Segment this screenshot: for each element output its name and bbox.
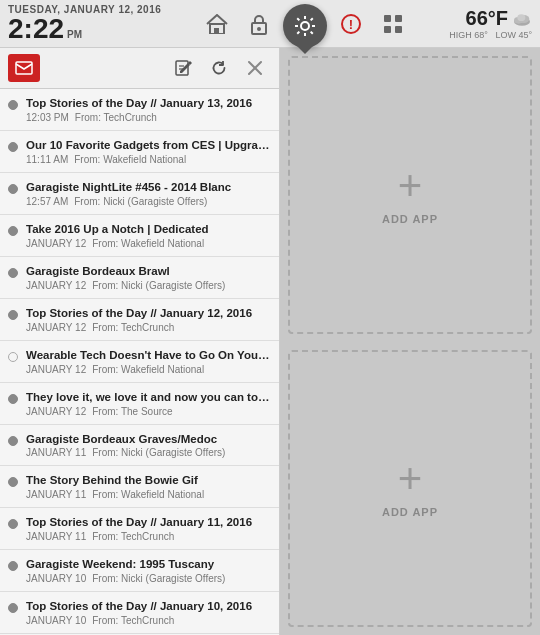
email-list-item[interactable]: Garagiste Bordeaux BrawlJANUARY 12From: … xyxy=(0,257,279,299)
email-from: From: Nicki (Garagiste Offers) xyxy=(92,280,225,291)
email-read-dot xyxy=(8,519,18,529)
time-hours-minutes: 2:22 xyxy=(8,15,64,43)
email-text-block: Garagiste Bordeaux Graves/MedocJANUARY 1… xyxy=(26,432,271,459)
email-text-block: Our 10 Favorite Gadgets from CES | Upgra… xyxy=(26,138,271,165)
email-meta: 12:57 AMFrom: Nicki (Garagiste Offers) xyxy=(26,196,271,207)
svg-rect-10 xyxy=(395,26,402,33)
email-list-item[interactable]: Top Stories of the Day // January 10, 20… xyxy=(0,592,279,634)
add-app-plus-icon: + xyxy=(398,165,423,207)
email-from: From: Wakefield National xyxy=(92,489,204,500)
email-meta: JANUARY 12From: Nicki (Garagiste Offers) xyxy=(26,280,271,291)
email-from: From: TechCrunch xyxy=(92,615,174,626)
email-read-dot xyxy=(8,603,18,613)
svg-rect-9 xyxy=(384,26,391,33)
email-list-item[interactable]: Wearable Tech Doesn't Have to Go On Your… xyxy=(0,341,279,383)
email-from: From: Wakefield National xyxy=(92,364,204,375)
time-display: 2:22 PM xyxy=(8,15,161,43)
email-list-item[interactable]: Our 10 Favorite Gadgets from CES | Upgra… xyxy=(0,131,279,173)
email-list-item[interactable]: They love it, we love it and now you can… xyxy=(0,383,279,425)
add-app-label-bottom: ADD APP xyxy=(382,506,438,518)
email-toolbar xyxy=(0,48,279,89)
email-list-item[interactable]: The Story Behind the Bowie GifJANUARY 11… xyxy=(0,466,279,508)
email-text-block: Wearable Tech Doesn't Have to Go On Your… xyxy=(26,348,271,375)
email-from: From: TechCrunch xyxy=(75,112,157,123)
email-from: From: TechCrunch xyxy=(92,322,174,333)
email-text-block: Garagiste Bordeaux BrawlJANUARY 12From: … xyxy=(26,264,271,291)
email-meta: 11:11 AMFrom: Wakefield National xyxy=(26,154,271,165)
grid-apps-icon[interactable] xyxy=(375,6,411,42)
email-meta: JANUARY 12From: The Source xyxy=(26,406,271,417)
email-subject: Top Stories of the Day // January 12, 20… xyxy=(26,306,271,321)
lock-icon[interactable] xyxy=(241,6,277,42)
email-read-dot xyxy=(8,100,18,110)
email-read-dot xyxy=(8,394,18,404)
email-list[interactable]: Top Stories of the Day // January 13, 20… xyxy=(0,89,279,635)
close-button[interactable] xyxy=(239,54,271,82)
clock-widget: TUESDAY, JANUARY 12, 2016 2:22 PM xyxy=(8,4,161,43)
info-icon[interactable]: ! xyxy=(333,6,369,42)
email-subject: Garagiste Weekend: 1995 Tuscany xyxy=(26,557,271,572)
svg-rect-7 xyxy=(384,15,391,22)
email-subject: Our 10 Favorite Gadgets from CES | Upgra… xyxy=(26,138,271,153)
email-text-block: Top Stories of the Day // January 13, 20… xyxy=(26,96,271,123)
email-list-item[interactable]: Garagiste Weekend: 1995 TuscanyJANUARY 1… xyxy=(0,550,279,592)
email-read-dot xyxy=(8,352,18,362)
add-app-label-top: ADD APP xyxy=(382,213,438,225)
email-text-block: Top Stories of the Day // January 11, 20… xyxy=(26,515,271,542)
email-read-dot xyxy=(8,268,18,278)
email-from: From: Nicki (Garagiste Offers) xyxy=(92,447,225,458)
email-read-dot xyxy=(8,477,18,487)
email-panel: Top Stories of the Day // January 13, 20… xyxy=(0,48,280,635)
email-text-block: Top Stories of the Day // January 12, 20… xyxy=(26,306,271,333)
svg-point-4 xyxy=(301,22,309,30)
email-subject: Top Stories of the Day // January 13, 20… xyxy=(26,96,271,111)
email-subject: The Story Behind the Bowie Gif xyxy=(26,473,271,488)
email-text-block: They love it, we love it and now you can… xyxy=(26,390,271,417)
email-date: JANUARY 10 xyxy=(26,573,86,584)
add-app-top[interactable]: + ADD APP xyxy=(288,56,532,334)
email-date: JANUARY 11 xyxy=(26,531,86,542)
svg-rect-15 xyxy=(16,62,32,74)
svg-text:!: ! xyxy=(349,17,353,32)
email-subject: Take 2016 Up a Notch | Dedicated xyxy=(26,222,271,237)
svg-point-14 xyxy=(517,14,525,21)
email-subject: Top Stories of the Day // January 11, 20… xyxy=(26,515,271,530)
home-icon[interactable] xyxy=(199,6,235,42)
email-from: From: Nicki (Garagiste Offers) xyxy=(92,573,225,584)
email-list-item[interactable]: Top Stories of the Day // January 13, 20… xyxy=(0,89,279,131)
email-list-item[interactable]: Top Stories of the Day // January 11, 20… xyxy=(0,508,279,550)
svg-point-3 xyxy=(257,27,261,31)
email-read-dot xyxy=(8,436,18,446)
email-date: 12:03 PM xyxy=(26,112,69,123)
email-text-block: Garagiste NightLite #456 - 2014 Blanc12:… xyxy=(26,180,271,207)
time-ampm: PM xyxy=(67,29,82,40)
email-meta: JANUARY 10From: Nicki (Garagiste Offers) xyxy=(26,573,271,584)
add-app-bottom[interactable]: + ADD APP xyxy=(288,350,532,628)
email-read-dot xyxy=(8,184,18,194)
email-subject: Garagiste Bordeaux Brawl xyxy=(26,264,271,279)
email-text-block: The Story Behind the Bowie GifJANUARY 11… xyxy=(26,473,271,500)
weather-widget: 66°F HIGH 68° LOW 45° xyxy=(449,7,532,40)
email-app-icon[interactable] xyxy=(8,54,40,82)
email-from: From: Wakefield National xyxy=(92,238,204,249)
email-list-item[interactable]: Garagiste NightLite #456 - 2014 Blanc12:… xyxy=(0,173,279,215)
email-subject: Top Stories of the Day // January 10, 20… xyxy=(26,599,271,614)
email-subject: Garagiste Bordeaux Graves/Medoc xyxy=(26,432,271,447)
email-subject: They love it, we love it and now you can… xyxy=(26,390,271,405)
email-read-dot xyxy=(8,142,18,152)
email-subject: Garagiste NightLite #456 - 2014 Blanc xyxy=(26,180,271,195)
refresh-button[interactable] xyxy=(203,54,235,82)
compose-button[interactable] xyxy=(167,54,199,82)
email-date: JANUARY 12 xyxy=(26,406,86,417)
email-meta: JANUARY 11From: Wakefield National xyxy=(26,489,271,500)
email-list-item[interactable]: Take 2016 Up a Notch | DedicatedJANUARY … xyxy=(0,215,279,257)
email-date: JANUARY 12 xyxy=(26,364,86,375)
email-list-item[interactable]: Top Stories of the Day // January 12, 20… xyxy=(0,299,279,341)
email-list-item[interactable]: Garagiste Bordeaux Graves/MedocJANUARY 1… xyxy=(0,425,279,467)
email-from: From: Nicki (Garagiste Offers) xyxy=(74,196,207,207)
email-date: JANUARY 12 xyxy=(26,238,86,249)
weather-range: HIGH 68° LOW 45° xyxy=(449,30,532,40)
email-text-block: Top Stories of the Day // January 10, 20… xyxy=(26,599,271,626)
gear-settings-icon[interactable] xyxy=(283,4,327,48)
email-meta: JANUARY 11From: Nicki (Garagiste Offers) xyxy=(26,447,271,458)
